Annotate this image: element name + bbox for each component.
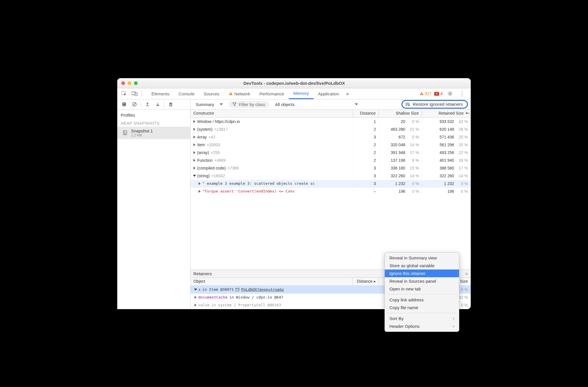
- tab-bar: Elements Console Sources Network Perform…: [117, 88, 471, 99]
- errors-count[interactable]: ✕ 4: [434, 91, 443, 96]
- context-menu-item[interactable]: Copy link address: [385, 296, 459, 304]
- record-icon[interactable]: [120, 100, 128, 108]
- warning-icon: [229, 92, 233, 96]
- more-icon[interactable]: ⋮: [458, 89, 467, 98]
- filter-icon: [232, 102, 237, 106]
- svg-rect-15: [124, 133, 126, 133]
- filter-input[interactable]: Filter by class: [228, 101, 269, 108]
- svg-rect-2: [135, 93, 137, 96]
- tab-memory[interactable]: Memory: [289, 88, 314, 99]
- devtools-window: DevTools - codepen.io/web-dot-dev/live/P…: [117, 78, 471, 309]
- expand-icon[interactable]: [193, 143, 195, 146]
- col-retained[interactable]: Retained Size ≡: [422, 110, 471, 118]
- minimize-icon[interactable]: [128, 81, 131, 85]
- context-menu-item[interactable]: Open in new tab: [385, 285, 459, 293]
- heap-snapshots-label: HEAP SNAPSHOTS: [117, 119, 190, 127]
- expand-icon[interactable]: [199, 190, 201, 193]
- table-row[interactable]: (array) ×255 2 391 94817 % 493 25622 %: [191, 149, 471, 157]
- table-row[interactable]: Array ×42 3 6720 % 571 43625 %: [191, 133, 471, 141]
- col-distance[interactable]: Distance: [353, 110, 379, 118]
- save-icon[interactable]: [154, 100, 162, 108]
- close-icon[interactable]: [121, 81, 125, 85]
- svg-rect-3: [230, 93, 231, 94]
- maximize-icon[interactable]: [134, 81, 138, 85]
- panel-tabs: Elements Console Sources Network Perform…: [147, 88, 418, 99]
- col-distance-r[interactable]: Distance: [353, 278, 379, 286]
- table-row[interactable]: (compiled code) ×7386 3 336 18015 % 388 …: [191, 164, 471, 172]
- table-row[interactable]: Function ×4689 2 137 1966 % 401 94018 %: [191, 157, 471, 164]
- warning-icon: [420, 92, 424, 96]
- context-menu-item[interactable]: Reveal in Sources panel: [385, 277, 459, 285]
- sidebar-toolbar: [117, 99, 190, 110]
- clear-icon[interactable]: [130, 100, 139, 108]
- gc-icon[interactable]: [167, 100, 175, 108]
- device-icon[interactable]: [130, 89, 139, 98]
- chevron-down-icon: [355, 103, 358, 105]
- svg-line-11: [133, 103, 136, 106]
- profiles-label: Profiles: [117, 110, 190, 119]
- expand-icon[interactable]: [199, 182, 201, 185]
- tab-sources[interactable]: Sources: [199, 88, 224, 99]
- settings-icon[interactable]: [445, 89, 455, 98]
- table-row[interactable]: Item ×20003 2 320 04814 % 561 29625 %: [191, 141, 471, 149]
- snapshot-size: 2.2 MB: [131, 133, 153, 137]
- table-row[interactable]: Window / https://cdpn.io 1 200 % 933 532…: [191, 118, 471, 126]
- context-menu-item[interactable]: Copy file name: [385, 304, 459, 311]
- menu-icon[interactable]: ≡: [465, 271, 468, 276]
- context-menu-item[interactable]: Reveal in Summary view: [385, 254, 459, 262]
- table-row[interactable]: (string) ×16542 3 322 26014 % 322 26014 …: [191, 172, 471, 180]
- tabbar-right: 327 ✕ 4 ⋮: [420, 89, 468, 98]
- table-row[interactable]: " example 3 example 3: scattered objects…: [191, 180, 471, 188]
- snapshot-item[interactable]: Snapshot 1 2.2 MB: [117, 127, 190, 139]
- table-row[interactable]: (system) ×13817 2 463 28021 % 620 14828 …: [191, 126, 471, 133]
- expand-icon[interactable]: [193, 175, 196, 177]
- svg-rect-4: [230, 95, 231, 95]
- tab-network[interactable]: Network: [224, 88, 255, 99]
- tab-application[interactable]: Application: [314, 88, 344, 99]
- col-object[interactable]: Object: [191, 278, 353, 286]
- main-toolbar: Summary Filter by class All objects Rest…: [191, 99, 471, 110]
- col-shallow[interactable]: Shallow Size: [379, 110, 422, 118]
- restore-ignored-button[interactable]: Restore ignored retainers: [401, 100, 468, 109]
- inspect-icon[interactable]: [120, 89, 129, 98]
- svg-rect-17: [236, 288, 239, 291]
- svg-rect-16: [124, 134, 126, 134]
- tab-performance[interactable]: Performance: [255, 88, 289, 99]
- expand-icon[interactable]: [193, 120, 195, 123]
- expand-icon[interactable]: [193, 159, 195, 162]
- chevron-down-icon: [220, 103, 223, 105]
- titlebar: DevTools - codepen.io/web-dot-dev/live/P…: [117, 78, 471, 88]
- menu-icon[interactable]: ≡: [468, 111, 470, 115]
- expand-icon[interactable]: [194, 288, 197, 290]
- context-menu-item[interactable]: Store as global variable: [385, 262, 459, 269]
- svg-point-9: [123, 103, 125, 105]
- more-tabs[interactable]: »: [344, 88, 351, 99]
- expand-icon[interactable]: [193, 167, 195, 170]
- summary-dropdown[interactable]: Summary: [193, 101, 225, 107]
- context-menu: Reveal in Summary viewStore as global va…: [385, 252, 459, 332]
- svg-rect-6: [421, 95, 422, 95]
- expand-icon[interactable]: [195, 304, 197, 307]
- restore-icon: [405, 102, 410, 106]
- svg-point-7: [449, 93, 451, 95]
- col-constructor[interactable]: Constructor: [191, 110, 353, 118]
- tab-console[interactable]: Console: [174, 88, 199, 99]
- context-menu-item[interactable]: Ignore this retainer: [385, 269, 459, 277]
- grid-header: Constructor Distance Shallow Size Retain…: [191, 110, 471, 118]
- expand-icon[interactable]: [195, 296, 197, 299]
- tab-elements[interactable]: Elements: [147, 88, 174, 99]
- expand-icon[interactable]: [193, 136, 195, 138]
- load-icon[interactable]: [143, 100, 151, 108]
- traffic-lights: [121, 81, 138, 85]
- sidebar: Profiles HEAP SNAPSHOTS Snapshot 1 2.2 M…: [117, 99, 191, 309]
- window-title: DevTools - codepen.io/web-dot-dev/live/P…: [138, 81, 451, 86]
- warnings-count[interactable]: 327: [420, 91, 431, 96]
- table-row[interactable]: "Torque assert 'Convert(endIndex) <= Con…: [191, 188, 471, 195]
- snapshot-title: Snapshot 1: [131, 128, 153, 133]
- expand-icon[interactable]: [193, 128, 195, 131]
- all-objects-dropdown[interactable]: All objects: [273, 101, 360, 107]
- svg-rect-12: [170, 104, 172, 106]
- context-menu-item[interactable]: Header Options›: [385, 322, 459, 330]
- expand-icon[interactable]: [193, 151, 195, 154]
- context-menu-item[interactable]: Sort By›: [385, 315, 459, 322]
